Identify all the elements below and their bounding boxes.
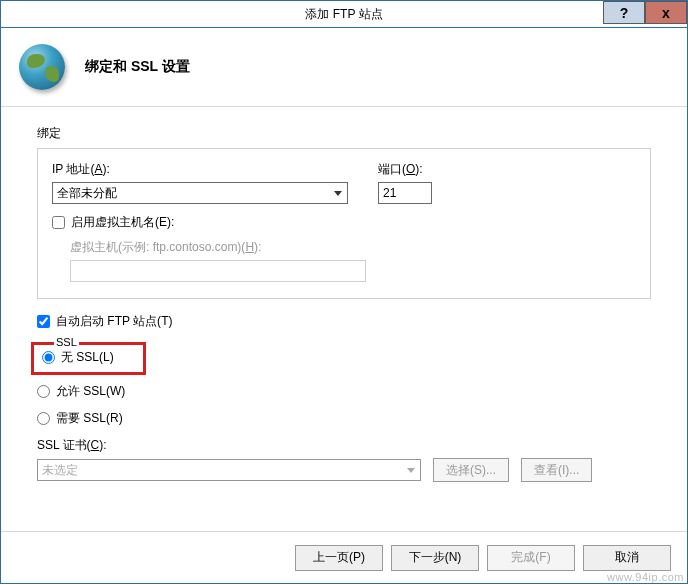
ssl-group-title-cut: SSL	[54, 336, 79, 348]
ip-address-select[interactable]: 全部未分配	[52, 182, 348, 204]
next-button[interactable]: 下一步(N)	[391, 545, 479, 571]
virtual-host-input	[70, 260, 366, 282]
watermark: www.94ip.com	[607, 571, 684, 583]
ssl-cert-select[interactable]: 未选定	[37, 459, 421, 481]
binding-group-title: 绑定	[37, 125, 651, 142]
help-button[interactable]: ?	[603, 1, 645, 24]
page-title: 绑定和 SSL 设置	[85, 58, 190, 76]
ssl-cert-label: SSL 证书(C):	[37, 437, 651, 454]
virtual-host-label: 虚拟主机(示例: ftp.contoso.com)(H):	[70, 239, 636, 256]
enable-virtual-host-checkbox[interactable]	[52, 216, 65, 229]
ip-address-label: IP 地址(A):	[52, 161, 348, 178]
content-area: 绑定 IP 地址(A): 全部未分配 端口(O):	[1, 107, 687, 531]
port-input[interactable]	[378, 182, 432, 204]
allow-ssl-radio[interactable]	[37, 385, 50, 398]
port-label: 端口(O):	[378, 161, 432, 178]
binding-box: IP 地址(A): 全部未分配 端口(O):	[37, 148, 651, 299]
ssl-section: SSL 无 SSL(L) 允许 SSL(W)	[37, 342, 651, 482]
cancel-button[interactable]: 取消	[583, 545, 671, 571]
autostart-label: 自动启动 FTP 站点(T)	[56, 313, 172, 330]
select-cert-button: 选择(S)...	[433, 458, 509, 482]
window-title: 添加 FTP 站点	[1, 6, 687, 23]
window-body: 绑定和 SSL 设置 绑定 IP 地址(A): 全部未分配	[0, 27, 688, 584]
no-ssl-radio[interactable]	[42, 351, 55, 364]
view-cert-button: 查看(I)...	[521, 458, 592, 482]
globe-icon	[19, 44, 65, 90]
finish-button: 完成(F)	[487, 545, 575, 571]
title-bar: 添加 FTP 站点 ? x	[0, 0, 688, 27]
require-ssl-radio[interactable]	[37, 412, 50, 425]
no-ssl-label: 无 SSL(L)	[61, 349, 114, 366]
title-controls: ? x	[603, 1, 687, 28]
close-button[interactable]: x	[645, 1, 687, 24]
wizard-header: 绑定和 SSL 设置	[1, 28, 687, 106]
highlight-box: SSL 无 SSL(L)	[31, 342, 146, 375]
allow-ssl-label: 允许 SSL(W)	[56, 383, 125, 400]
require-ssl-label: 需要 SSL(R)	[56, 410, 123, 427]
previous-button[interactable]: 上一页(P)	[295, 545, 383, 571]
wizard-footer: 上一页(P) 下一步(N) 完成(F) 取消	[1, 531, 687, 583]
enable-virtual-host-label: 启用虚拟主机名(E):	[71, 214, 174, 231]
autostart-checkbox[interactable]	[37, 315, 50, 328]
